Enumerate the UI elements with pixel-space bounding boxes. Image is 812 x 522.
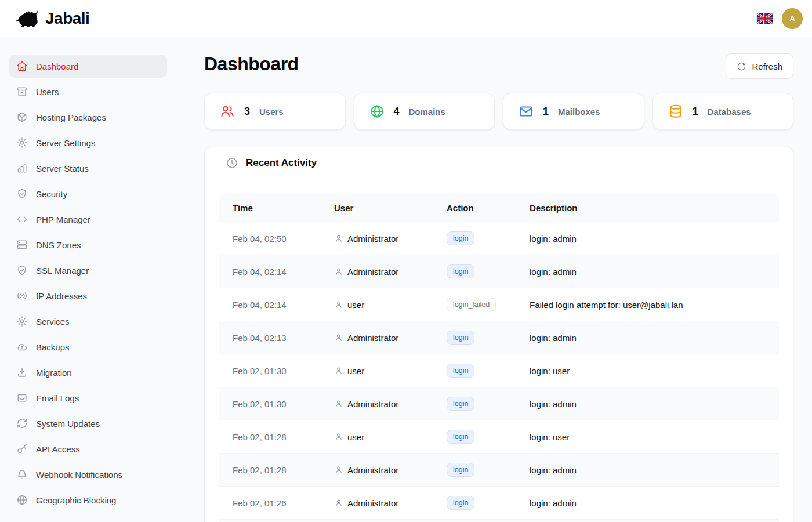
- person-icon: [334, 333, 343, 342]
- stat-label: Mailboxes: [558, 107, 600, 117]
- cell-time: Feb 02, 01:30: [219, 354, 334, 387]
- recent-activity-card: Recent Activity Time User Action Descrip…: [204, 147, 793, 522]
- gear-icon: [16, 137, 28, 148]
- stat-value: 1: [543, 106, 549, 118]
- sidebar-item-ip-addresses[interactable]: IP Addresses: [9, 284, 167, 307]
- brand-name: Jabali: [45, 9, 89, 28]
- sidebar-item-email-logs[interactable]: Email Logs: [9, 386, 167, 409]
- language-flag-icon[interactable]: [757, 13, 773, 24]
- person-icon: [334, 300, 343, 309]
- sidebar-item-ssl-manager[interactable]: SSL Manager: [9, 259, 167, 282]
- sidebar-item-label: Security: [36, 189, 67, 199]
- main-content: Dashboard Refresh 3 Users 4 Domains 1 Ma…: [176, 37, 812, 522]
- person-icon: [334, 366, 343, 375]
- clock-icon: [226, 157, 238, 169]
- cell-time: Feb 02, 01:28: [219, 420, 334, 454]
- table-row: Feb 04, 02:14 user login_failed Failed l…: [219, 288, 779, 321]
- top-header: Jabali A: [0, 0, 812, 37]
- boar-logo-icon: [14, 9, 41, 27]
- stat-card-domains[interactable]: 4 Domains: [354, 93, 495, 130]
- refresh-icon: [737, 61, 746, 71]
- person-icon: [334, 465, 343, 474]
- sidebar-item-services[interactable]: Services: [9, 310, 167, 333]
- stat-card-databases[interactable]: 1 Databases: [652, 93, 794, 130]
- sidebar-item-label: Services: [36, 317, 70, 327]
- refresh-button[interactable]: Refresh: [726, 53, 793, 79]
- action-badge: login: [447, 397, 474, 411]
- sidebar-item-migration[interactable]: Migration: [9, 361, 167, 384]
- sidebar-item-label: IP Addresses: [36, 291, 87, 301]
- stat-label: Users: [259, 107, 284, 117]
- stat-value: 3: [244, 106, 250, 118]
- download-icon: [16, 367, 28, 378]
- stat-value: 1: [693, 106, 698, 118]
- sidebar-item-system-updates[interactable]: System Updates: [9, 412, 167, 435]
- action-badge: login: [447, 231, 474, 245]
- broadcast-icon: [16, 290, 28, 302]
- sidebar-item-label: Hosting Packages: [36, 113, 106, 122]
- user-avatar[interactable]: A: [782, 8, 803, 29]
- cell-description: login: user: [530, 354, 779, 387]
- package-icon: [16, 111, 28, 123]
- bar-chart-icon: [16, 162, 28, 174]
- sidebar-item-security[interactable]: Security: [9, 182, 167, 205]
- cell-description: login: admin: [530, 222, 779, 255]
- stat-value: 4: [394, 106, 400, 118]
- column-header-time: Time: [219, 194, 334, 222]
- sidebar-item-label: Users: [36, 87, 59, 97]
- sidebar-item-server-status[interactable]: Server Status: [9, 157, 167, 180]
- sidebar-item-api-access[interactable]: API Access: [9, 437, 167, 461]
- stat-label: Databases: [708, 107, 751, 117]
- table-row: Feb 02, 01:26 Administrator login login:…: [219, 487, 779, 520]
- stat-cards-row: 3 Users 4 Domains 1 Mailboxes 1 Database…: [204, 93, 793, 130]
- action-badge: login: [447, 496, 474, 510]
- sidebar-item-label: DNS Zones: [36, 240, 81, 250]
- sidebar-item-label: Server Settings: [36, 138, 96, 148]
- action-badge: login_failed: [447, 298, 496, 311]
- shield-check-icon: [16, 188, 28, 200]
- sidebar-item-hosting-packages[interactable]: Hosting Packages: [9, 106, 167, 129]
- action-badge: login: [447, 331, 474, 345]
- sidebar-item-server-settings[interactable]: Server Settings: [9, 131, 167, 154]
- cell-user: Administrator: [347, 267, 398, 277]
- action-badge: login: [447, 430, 474, 444]
- sidebar-item-geographic-blocking[interactable]: Geographic Blocking: [9, 488, 167, 512]
- sidebar-item-php-manager[interactable]: PHP Manager: [9, 208, 167, 231]
- globe-icon: [369, 104, 385, 119]
- mail-icon: [519, 104, 534, 119]
- action-badge: login: [447, 264, 474, 278]
- cell-description: login: admin: [530, 387, 779, 420]
- sidebar-item-label: Dashboard: [36, 61, 78, 71]
- sidebar-item-label: System Updates: [36, 419, 100, 429]
- bell-icon: [16, 469, 28, 480]
- table-row: Feb 04, 02:14 Administrator login login:…: [219, 255, 779, 288]
- sidebar-item-backups[interactable]: Backups: [9, 335, 167, 358]
- sidebar-item-label: Webhook Notifications: [36, 470, 122, 480]
- action-badge: login: [447, 463, 474, 477]
- cell-time: Feb 04, 02:14: [219, 255, 334, 288]
- cell-user: Administrator: [347, 333, 398, 343]
- code-icon: [16, 213, 28, 225]
- partial-next-row: [219, 520, 779, 522]
- globe-icon: [16, 494, 28, 506]
- home-icon: [16, 60, 28, 72]
- cell-user: Administrator: [347, 465, 398, 475]
- cell-description: login: admin: [530, 454, 779, 487]
- column-header-user: User: [334, 194, 447, 222]
- person-icon: [334, 498, 343, 507]
- sidebar-item-dashboard[interactable]: Dashboard: [9, 55, 167, 78]
- brand-logo[interactable]: Jabali: [14, 9, 89, 28]
- cell-user: Administrator: [347, 498, 398, 508]
- stat-card-mailboxes[interactable]: 1 Mailboxes: [503, 93, 644, 130]
- cell-description: login: admin: [530, 255, 779, 288]
- sidebar-item-dns-zones[interactable]: DNS Zones: [9, 233, 167, 256]
- sidebar-item-label: Geographic Blocking: [36, 495, 116, 505]
- table-row: Feb 02, 01:28 user login login: user: [219, 420, 779, 454]
- sidebar-item-webhook-notifications[interactable]: Webhook Notifications: [9, 463, 167, 486]
- page-title: Dashboard: [204, 53, 299, 75]
- cell-user: Administrator: [347, 399, 398, 409]
- stat-card-users[interactable]: 3 Users: [204, 93, 346, 130]
- sidebar-item-users[interactable]: Users: [9, 80, 167, 103]
- sidebar-item-label: Migration: [36, 368, 72, 378]
- table-row: Feb 02, 01:30 Administrator login login:…: [219, 387, 779, 420]
